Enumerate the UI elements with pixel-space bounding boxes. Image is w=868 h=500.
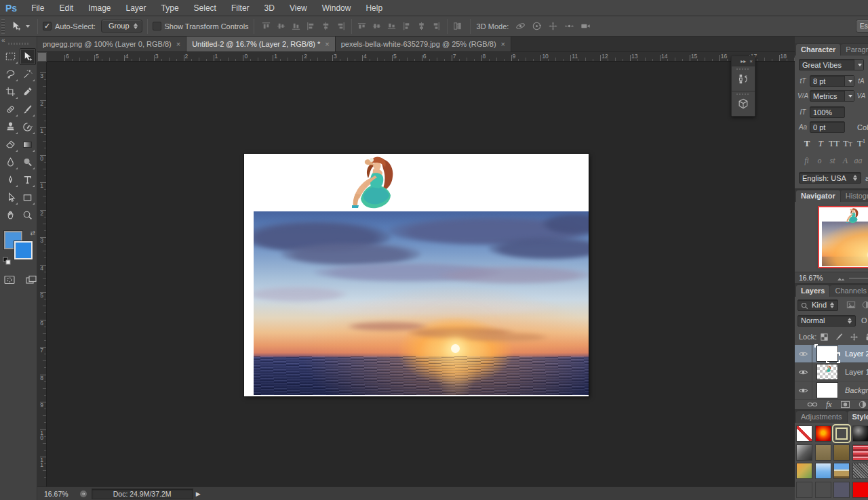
- close-tab-icon[interactable]: ×: [325, 40, 329, 48]
- filter-kind-dropdown[interactable]: Kind: [797, 299, 838, 311]
- hand-tool[interactable]: [3, 207, 19, 224]
- layer-effects-label[interactable]: fx: [826, 400, 832, 410]
- navigator-proxy-view[interactable]: [819, 207, 868, 267]
- status-options-icon[interactable]: [79, 490, 87, 498]
- collapse-panel-icon[interactable]: «: [1, 37, 5, 44]
- brush-tool[interactable]: [20, 101, 36, 118]
- dropdown-button[interactable]: [854, 60, 863, 70]
- zoom-out-mountains-icon[interactable]: [837, 275, 846, 281]
- filter-adjustment-layers-icon[interactable]: [859, 298, 868, 312]
- horizontal-ruler[interactable]: 6543210123456789101112131415161718: [47, 52, 795, 62]
- lock-paint-icon[interactable]: [831, 330, 846, 343]
- menu-item-3d[interactable]: 3D: [257, 1, 282, 16]
- layer-visibility-eye-icon[interactable]: [795, 345, 812, 362]
- dist-left-button[interactable]: [399, 20, 414, 33]
- layer-mask-icon[interactable]: [840, 400, 850, 409]
- font-family-dropdown[interactable]: Great Vibes: [799, 59, 864, 70]
- lasso-tool[interactable]: [3, 66, 19, 83]
- align-left-button[interactable]: [304, 20, 319, 33]
- show-transform-checkbox[interactable]: [153, 22, 161, 30]
- style-swatch-slate[interactable]: [833, 482, 850, 498]
- layer-visibility-eye-icon[interactable]: [795, 381, 812, 399]
- type-style-caps-button[interactable]: TT: [827, 138, 841, 149]
- tab-adjustments[interactable]: Adjustments: [796, 411, 847, 423]
- eraser-tool[interactable]: [3, 136, 19, 153]
- layer-comps-collapsed-button[interactable]: [732, 66, 755, 91]
- menu-item-edit[interactable]: Edit: [52, 1, 81, 16]
- pan-3d-button[interactable]: [545, 20, 560, 33]
- style-swatch-orange-green[interactable]: [796, 463, 812, 479]
- tab-layers[interactable]: Layers: [796, 285, 829, 297]
- dodge-tool[interactable]: [20, 154, 36, 171]
- type-style-bold-button[interactable]: T: [800, 138, 814, 149]
- style-swatch-red-stripes[interactable]: [852, 444, 868, 461]
- menu-item-layer[interactable]: Layer: [119, 1, 154, 16]
- style-swatch-grey-noise[interactable]: [852, 463, 868, 479]
- opentype-o-button[interactable]: o: [813, 156, 826, 166]
- current-tool-preset[interactable]: [7, 19, 33, 33]
- close-icon[interactable]: ×: [749, 58, 753, 64]
- style-swatch-none[interactable]: [796, 425, 812, 442]
- move-tool[interactable]: [20, 48, 36, 65]
- vertical-ruler[interactable]: 32101234567891011: [37, 62, 47, 486]
- tab-histogram[interactable]: Histogram: [841, 190, 868, 202]
- dropdown-button[interactable]: [844, 91, 854, 101]
- filter-pixel-layers-icon[interactable]: [844, 298, 859, 312]
- style-swatch-empty[interactable]: [796, 482, 812, 498]
- auto-select-mode-dropdown[interactable]: Group: [101, 20, 142, 33]
- navigator-zoom-field[interactable]: 16.67%: [795, 274, 834, 282]
- layer-visibility-eye-icon[interactable]: [795, 363, 812, 381]
- toolbar-grip[interactable]: [8, 43, 28, 45]
- lock-move-icon[interactable]: [846, 330, 861, 343]
- dist-top-button[interactable]: [355, 20, 370, 33]
- menu-item-select[interactable]: Select: [186, 1, 224, 16]
- align-right-button[interactable]: [334, 20, 349, 33]
- navigator-zoom-slider[interactable]: [834, 275, 868, 281]
- layer-row-layer-1[interactable]: Layer 1: [795, 363, 868, 381]
- tab-channels[interactable]: Channels: [830, 285, 868, 297]
- pasteboard[interactable]: 6543210123456789101112131415161718 32101…: [37, 52, 795, 486]
- style-swatch-dark-sphere[interactable]: [852, 425, 868, 442]
- 3d-panel-collapsed-button[interactable]: [732, 91, 755, 116]
- opentype-fi-button[interactable]: fi: [800, 156, 813, 166]
- spot-healing-tool[interactable]: [3, 101, 19, 118]
- dist-vcenter-button[interactable]: [370, 20, 384, 33]
- type-tool[interactable]: [20, 171, 36, 188]
- link-layers-icon[interactable]: [807, 401, 818, 408]
- shape-tool[interactable]: [20, 189, 36, 206]
- history-brush-tool[interactable]: [20, 119, 36, 136]
- align-vcenter-button[interactable]: [274, 20, 289, 33]
- layer-row-layer-2[interactable]: Layer 2: [795, 345, 868, 363]
- style-swatch-blue-gradient[interactable]: [815, 463, 831, 479]
- layer-thumbnail[interactable]: [815, 363, 840, 381]
- layer-thumbnail[interactable]: [815, 345, 840, 362]
- tab-styles[interactable]: Styles: [848, 411, 868, 423]
- swap-colors-icon[interactable]: ⇄: [30, 230, 35, 236]
- blend-mode-dropdown[interactable]: Normal: [797, 315, 856, 327]
- type-style-sup-button[interactable]: T1: [854, 138, 868, 149]
- lock-transparent-icon[interactable]: [816, 330, 831, 343]
- close-tab-icon[interactable]: ×: [176, 40, 180, 48]
- style-swatch-outline[interactable]: [833, 425, 850, 442]
- adjustment-icon[interactable]: [859, 400, 867, 409]
- dropdown-button[interactable]: [844, 76, 854, 86]
- roll-3d-button[interactable]: [529, 20, 544, 33]
- tab-navigator[interactable]: Navigator: [796, 190, 840, 202]
- style-swatch-olive[interactable]: [815, 444, 831, 461]
- align-top-button[interactable]: [259, 20, 274, 33]
- pen-tool[interactable]: [3, 171, 19, 188]
- style-swatch-empty[interactable]: [815, 482, 831, 498]
- align-hcenter-button[interactable]: [319, 20, 334, 33]
- path-selection-tool[interactable]: [3, 189, 19, 206]
- kerning-dropdown[interactable]: Metrics: [810, 90, 854, 102]
- style-swatch-red-solid[interactable]: [852, 482, 868, 498]
- rectangular-marquee-tool[interactable]: [3, 48, 19, 65]
- default-colors-icon[interactable]: [3, 257, 11, 265]
- align-bottom-button[interactable]: [289, 20, 304, 33]
- dist-right-button[interactable]: [429, 20, 444, 33]
- orbit-3d-button[interactable]: [513, 20, 528, 33]
- gradient-tool[interactable]: [20, 136, 36, 153]
- baseline-shift-field[interactable]: 0 pt: [810, 121, 845, 133]
- menu-item-image[interactable]: Image: [81, 1, 118, 16]
- crop-tool[interactable]: [3, 83, 19, 100]
